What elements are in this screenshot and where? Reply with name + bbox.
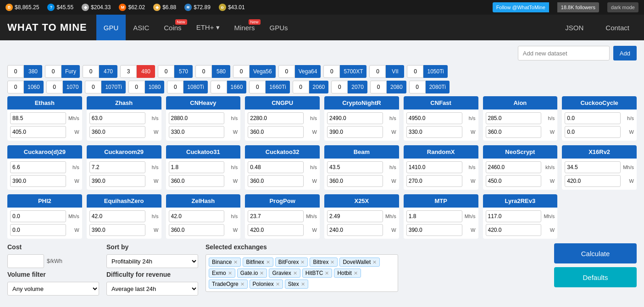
algo-hashrate-phi2[interactable] <box>10 210 66 222</box>
algo-hashrate-cuckaroom29[interactable] <box>89 161 145 173</box>
exchange-remove-bitforex[interactable]: ✕ <box>300 259 305 265</box>
exchange-remove-exmo[interactable]: ✕ <box>228 270 232 276</box>
algo-hashrate-cuckaroo29[interactable] <box>10 161 66 173</box>
algo-header-cuckatoo31[interactable]: Cuckatoo31 <box>166 145 241 159</box>
nav-item-miners[interactable]: Miners New <box>227 15 262 40</box>
algo-power-randomx[interactable] <box>406 175 462 187</box>
gpu-label-fury[interactable]: Fury <box>61 65 80 78</box>
algo-header-cuckoo_cycle[interactable]: CuckooCycle <box>562 96 637 110</box>
nav-item-contact[interactable]: Contact <box>598 15 637 40</box>
algo-hashrate-ethash[interactable] <box>10 112 66 124</box>
algo-hashrate-randomx[interactable] <box>406 161 462 173</box>
gpu-label-480[interactable]: 480 <box>137 65 155 78</box>
gpu-num-vega64[interactable] <box>278 65 295 78</box>
algo-power-cryptonightr[interactable] <box>327 126 383 138</box>
algo-header-cuckaroom29[interactable]: Cuckaroom29 <box>87 145 161 159</box>
algo-header-zhash[interactable]: Zhash <box>87 96 161 110</box>
gpu-label-1080[interactable]: 1080 <box>145 81 165 93</box>
algo-hashrate-progpow[interactable] <box>248 210 304 222</box>
algo-header-x25x[interactable]: X25X <box>324 194 399 208</box>
gpu-label-1080ti[interactable]: 1080Ti <box>183 81 207 93</box>
gpu-label-vega56[interactable]: Vega56 <box>250 65 276 78</box>
gpu-num-1080[interactable] <box>128 81 145 93</box>
gpu-num-vii[interactable] <box>369 65 386 78</box>
algo-header-cngpu[interactable]: CNGPU <box>245 96 320 110</box>
exchange-remove-gate.io[interactable]: ✕ <box>260 270 264 276</box>
gpu-label-2080ti[interactable]: 2080Ti <box>426 81 450 93</box>
algo-power-cuckatoo32[interactable] <box>248 175 304 187</box>
gpu-label-2070[interactable]: 2070 <box>348 81 367 93</box>
algo-hashrate-x16rv2[interactable] <box>565 161 621 173</box>
calculate-button[interactable]: Calculate <box>554 243 637 263</box>
algo-power-x16rv2[interactable] <box>565 175 621 187</box>
sortby-select[interactable]: Profitability 24hProfitability 1hProfita… <box>106 254 198 268</box>
gpu-num-fury[interactable] <box>45 65 61 78</box>
nav-item-asic[interactable]: ASIC <box>126 15 156 40</box>
gpu-label-5700xt[interactable]: 5700XT <box>340 65 366 78</box>
nav-item-gpus[interactable]: GPUs <box>262 15 295 40</box>
exchange-remove-hitbtc[interactable]: ✕ <box>325 270 329 276</box>
algo-hashrate-equihashzero[interactable] <box>89 210 145 222</box>
algo-hashrate-zhash[interactable] <box>89 112 145 124</box>
algo-header-neoscrypt[interactable]: NeoScrypt <box>483 145 558 159</box>
algo-hashrate-cnheavy[interactable] <box>169 112 225 124</box>
algo-header-equihashzero[interactable]: EquihashZero <box>87 194 161 208</box>
algo-power-cuckatoo31[interactable] <box>169 175 225 187</box>
algo-hashrate-x25x[interactable] <box>327 210 383 222</box>
algo-header-randomx[interactable]: RandomX <box>404 145 478 159</box>
gpu-label-1050ti[interactable]: 1050Ti <box>423 65 447 78</box>
gpu-label-470[interactable]: 470 <box>99 65 117 78</box>
gpu-label-1660ti[interactable]: 1660Ti <box>266 81 289 93</box>
algo-power-x25x[interactable] <box>327 224 383 236</box>
algo-hashrate-neoscrypt[interactable] <box>486 161 542 173</box>
gpu-label-580[interactable]: 580 <box>212 65 230 78</box>
algo-header-x16rv2[interactable]: X16Rv2 <box>562 145 637 159</box>
algo-hashrate-mtp[interactable] <box>406 210 462 222</box>
algo-power-cuckoo_cycle[interactable] <box>565 126 621 138</box>
algo-hashrate-cuckatoo31[interactable] <box>169 161 225 173</box>
volume-select[interactable]: Any volume> $1,000> $10,000 <box>7 282 99 296</box>
exchange-remove-dovewallet[interactable]: ✕ <box>372 259 377 265</box>
algo-header-beam[interactable]: Beam <box>324 145 399 159</box>
algo-power-cnfast[interactable] <box>406 126 462 138</box>
gpu-label-570[interactable]: 570 <box>174 65 193 78</box>
algo-hashrate-cryptonightr[interactable] <box>327 112 383 124</box>
exchange-remove-tradeogre[interactable]: ✕ <box>240 281 244 287</box>
exchange-remove-binance[interactable]: ✕ <box>233 259 238 265</box>
exchange-remove-stex[interactable]: ✕ <box>301 281 305 287</box>
gpu-label-vega64[interactable]: Vega64 <box>295 65 321 78</box>
defaults-button[interactable]: Defaults <box>554 267 637 287</box>
exchange-remove-poloniex[interactable]: ✕ <box>276 281 280 287</box>
nav-item-json[interactable]: JSON <box>558 15 591 40</box>
gpu-num-480[interactable] <box>120 65 137 78</box>
gpu-num-580[interactable] <box>195 65 212 78</box>
gpu-label-380[interactable]: 380 <box>24 65 42 78</box>
algo-power-beam[interactable] <box>327 175 383 187</box>
algo-header-cryptonightr[interactable]: CryptoNightR <box>324 96 399 110</box>
algo-header-phi2[interactable]: PHI2 <box>7 194 82 208</box>
gpu-label-vii[interactable]: VII <box>386 65 404 78</box>
dark-mode-button[interactable]: dark mode <box>607 2 638 12</box>
gpu-num-380[interactable] <box>7 65 24 78</box>
algo-header-zelhash[interactable]: ZelHash <box>166 194 241 208</box>
difficulty-select[interactable]: Average last 24hCurrentAverage last 7d <box>106 282 198 296</box>
algo-hashrate-beam[interactable] <box>327 161 383 173</box>
dataset-input[interactable] <box>518 46 610 60</box>
exchange-remove-bitfinex[interactable]: ✕ <box>266 259 270 265</box>
nav-item-eth-plus[interactable]: ETH+ ▾ <box>189 15 227 40</box>
algo-power-mtp[interactable] <box>406 224 462 236</box>
gpu-num-2080ti[interactable] <box>409 81 426 93</box>
algo-power-cuckaroo29[interactable] <box>10 175 66 187</box>
gpu-num-1070[interactable] <box>46 81 63 93</box>
algo-power-phi2[interactable] <box>10 224 66 236</box>
gpu-num-vega56[interactable] <box>233 65 250 78</box>
algo-header-mtp[interactable]: MTP <box>404 194 478 208</box>
gpu-num-5700xt[interactable] <box>323 65 340 78</box>
algo-hashrate-aion[interactable] <box>486 112 542 124</box>
algo-hashrate-cnfast[interactable] <box>406 112 462 124</box>
algo-hashrate-cuckoo_cycle[interactable] <box>565 112 621 124</box>
algo-hashrate-zelhash[interactable] <box>169 210 225 222</box>
gpu-label-2080[interactable]: 2080 <box>387 81 406 93</box>
algo-power-equihashzero[interactable] <box>89 224 145 236</box>
algo-header-lyra2rev3[interactable]: Lyra2REv3 <box>483 194 558 208</box>
